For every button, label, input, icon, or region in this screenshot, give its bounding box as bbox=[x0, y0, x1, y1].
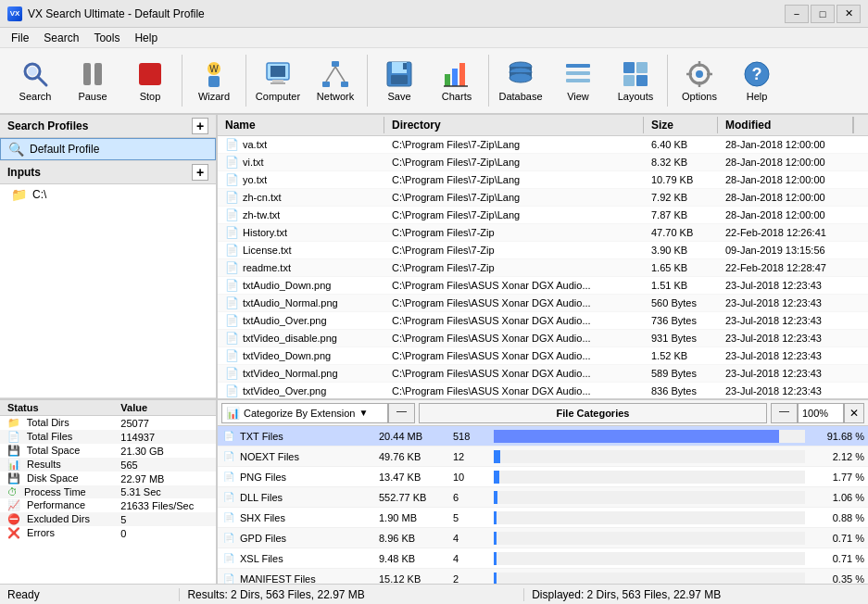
stat-value: 0 bbox=[113, 526, 216, 540]
table-row[interactable]: 📄 txtVideo_Normal.png C:\Program Files\A… bbox=[218, 365, 868, 383]
add-profile-button[interactable]: + bbox=[192, 118, 208, 134]
file-list-body[interactable]: 📄 va.txt C:\Program Files\7-Zip\Lang 6.4… bbox=[218, 136, 868, 398]
cell-dir: C:\Program Files\7-Zip\Lang bbox=[384, 173, 644, 186]
chart-row[interactable]: 📄 PNG Files 13.47 KB 10 1.77 % bbox=[218, 467, 868, 487]
chart-row[interactable]: 📄 TXT Files 20.44 MB 518 91.68 % bbox=[218, 426, 868, 447]
default-profile-item[interactable]: 🔍 Default Profile bbox=[0, 138, 216, 160]
search-button[interactable]: Search bbox=[7, 51, 63, 110]
help-icon: ? bbox=[742, 59, 772, 89]
chart-row[interactable]: 📄 NOEXT Files 49.76 KB 12 2.12 % bbox=[218, 447, 868, 467]
cell-dir: C:\Program Files\7-Zip\Lang bbox=[384, 191, 644, 204]
close-button[interactable]: ✕ bbox=[837, 5, 861, 23]
chart-pct: 0.88 % bbox=[809, 512, 864, 523]
cell-modified: 23-Jul-2018 12:23:43 bbox=[718, 384, 868, 397]
chart-row[interactable]: 📄 SHX Files 1.90 MB 5 0.88 % bbox=[218, 508, 868, 528]
cell-name: 📄 txtAudio_Down.png bbox=[218, 278, 384, 293]
layouts-label: Layouts bbox=[618, 91, 654, 102]
charts-close-button[interactable]: ✕ bbox=[844, 403, 864, 423]
col-header-name[interactable]: Name bbox=[218, 117, 384, 133]
cell-size: 736 Bytes bbox=[644, 314, 718, 327]
pause-button[interactable]: Pause bbox=[65, 51, 120, 110]
chart-bar bbox=[494, 532, 497, 545]
table-row[interactable]: 📄 txtVideo_Down.png C:\Program Files\ASU… bbox=[218, 347, 868, 365]
layouts-button[interactable]: Layouts bbox=[608, 51, 663, 110]
chart-row[interactable]: 📄 DLL Files 552.77 KB 6 1.06 % bbox=[218, 487, 868, 508]
col-header-directory[interactable]: Directory bbox=[384, 117, 644, 133]
options-button[interactable]: Options bbox=[672, 51, 727, 110]
table-row[interactable]: 📄 License.txt C:\Program Files\7-Zip 3.9… bbox=[218, 242, 868, 259]
network-button[interactable]: Network bbox=[308, 51, 363, 110]
cell-size: 3.90 KB bbox=[644, 244, 718, 257]
pct-dec-button[interactable]: — bbox=[771, 403, 798, 423]
cell-modified: 23-Jul-2018 12:23:43 bbox=[718, 279, 868, 292]
menu-search[interactable]: Search bbox=[36, 30, 86, 46]
stat-value: 565 bbox=[113, 458, 216, 472]
computer-button[interactable]: Computer bbox=[250, 51, 306, 110]
menu-file[interactable]: File bbox=[4, 30, 36, 46]
table-row[interactable]: 📄 yo.txt C:\Program Files\7-Zip\Lang 10.… bbox=[218, 171, 868, 189]
chart-file-icon: 📄 bbox=[221, 551, 236, 566]
charts-list[interactable]: 📄 TXT Files 20.44 MB 518 91.68 % 📄 NOEXT… bbox=[218, 426, 868, 584]
maximize-button[interactable]: □ bbox=[811, 5, 835, 23]
file-type-icon: 📄 bbox=[225, 349, 239, 362]
input-path: C:\ bbox=[32, 188, 46, 201]
stat-label: 📊 Results bbox=[0, 458, 113, 472]
chart-row[interactable]: 📄 XSL Files 9.48 KB 4 0.71 % bbox=[218, 548, 868, 569]
wizard-button[interactable]: W Wizard bbox=[186, 51, 242, 110]
stop-icon bbox=[135, 59, 165, 89]
view-button[interactable]: View bbox=[550, 51, 606, 110]
cell-dir: C:\Program Files\7-Zip bbox=[384, 261, 644, 274]
stat-label: 💾 Disk Space bbox=[0, 472, 113, 485]
menu-tools[interactable]: Tools bbox=[86, 30, 127, 46]
table-row[interactable]: 📄 txtAudio_Normal.png C:\Program Files\A… bbox=[218, 295, 868, 312]
col-header-modified[interactable]: Modified bbox=[718, 117, 853, 133]
chart-pct: 0.71 % bbox=[809, 533, 864, 544]
table-row[interactable]: 📄 txtAudio_Over.png C:\Program Files\ASU… bbox=[218, 312, 868, 330]
categorize-dropdown[interactable]: 📊 Categorize By Extension ▼ bbox=[221, 403, 388, 423]
chart-size: 8.96 KB bbox=[379, 533, 453, 544]
stat-value: 5 bbox=[113, 512, 216, 526]
svg-rect-23 bbox=[452, 69, 458, 86]
chart-count: 12 bbox=[453, 451, 490, 462]
chart-row[interactable]: 📄 MANIFEST Files 15.12 KB 2 0.35 % bbox=[218, 569, 868, 584]
svg-point-30 bbox=[509, 73, 532, 82]
table-row[interactable]: 📄 txtAudio_Down.png C:\Program Files\ASU… bbox=[218, 277, 868, 295]
save-icon bbox=[384, 59, 414, 89]
cell-dir: C:\Program Files\ASUS Xonar DGX Audio... bbox=[384, 279, 644, 292]
chart-pct: 0.35 % bbox=[809, 573, 864, 585]
table-row[interactable]: 📄 readme.txt C:\Program Files\7-Zip 1.65… bbox=[218, 259, 868, 277]
menu-help[interactable]: Help bbox=[127, 30, 165, 46]
input-path-item[interactable]: 📁 C:\ bbox=[0, 184, 216, 205]
chart-row[interactable]: 📄 GPD Files 8.96 KB 4 0.71 % bbox=[218, 528, 868, 548]
file-type-icon: 📄 bbox=[225, 173, 239, 186]
database-button[interactable]: Database bbox=[493, 51, 548, 110]
chart-bar-container bbox=[494, 573, 805, 585]
svg-rect-15 bbox=[341, 82, 348, 87]
help-button[interactable]: ? Help bbox=[729, 51, 785, 110]
charts-button[interactable]: Charts bbox=[429, 51, 484, 110]
chart-size: 49.76 KB bbox=[379, 451, 453, 462]
table-row[interactable]: 📄 txtVideo_Over.png C:\Program Files\ASU… bbox=[218, 383, 868, 398]
table-row[interactable]: 📄 History.txt C:\Program Files\7-Zip 47.… bbox=[218, 224, 868, 242]
svg-point-39 bbox=[696, 70, 703, 78]
svg-rect-14 bbox=[322, 82, 330, 87]
categorize-apply-button[interactable]: — bbox=[388, 403, 415, 423]
table-row[interactable]: 📄 txtVideo_disable.png C:\Program Files\… bbox=[218, 330, 868, 347]
table-row[interactable]: 📄 zh-tw.txt C:\Program Files\7-Zip\Lang … bbox=[218, 207, 868, 224]
stop-button[interactable]: Stop bbox=[122, 51, 178, 110]
chart-name: SHX Files bbox=[240, 512, 379, 523]
stat-value: 114937 bbox=[113, 430, 216, 444]
save-button[interactable]: Save bbox=[371, 51, 427, 110]
add-input-button[interactable]: + bbox=[192, 164, 208, 181]
minimize-button[interactable]: − bbox=[785, 5, 809, 23]
svg-rect-13 bbox=[332, 61, 339, 67]
table-row[interactable]: 📄 zh-cn.txt C:\Program Files\7-Zip\Lang … bbox=[218, 189, 868, 207]
table-row[interactable]: 📄 va.txt C:\Program Files\7-Zip\Lang 6.4… bbox=[218, 136, 868, 154]
table-row[interactable]: 📄 vi.txt C:\Program Files\7-Zip\Lang 8.3… bbox=[218, 154, 868, 171]
cell-size: 589 Bytes bbox=[644, 367, 718, 380]
cell-name: 📄 yo.txt bbox=[218, 172, 384, 187]
left-panel: Search Profiles + 🔍 Default Profile Inpu… bbox=[0, 115, 218, 398]
col-header-size[interactable]: Size bbox=[644, 117, 718, 133]
cell-modified: 28-Jan-2018 12:00:00 bbox=[718, 173, 868, 186]
database-label: Database bbox=[498, 91, 542, 102]
